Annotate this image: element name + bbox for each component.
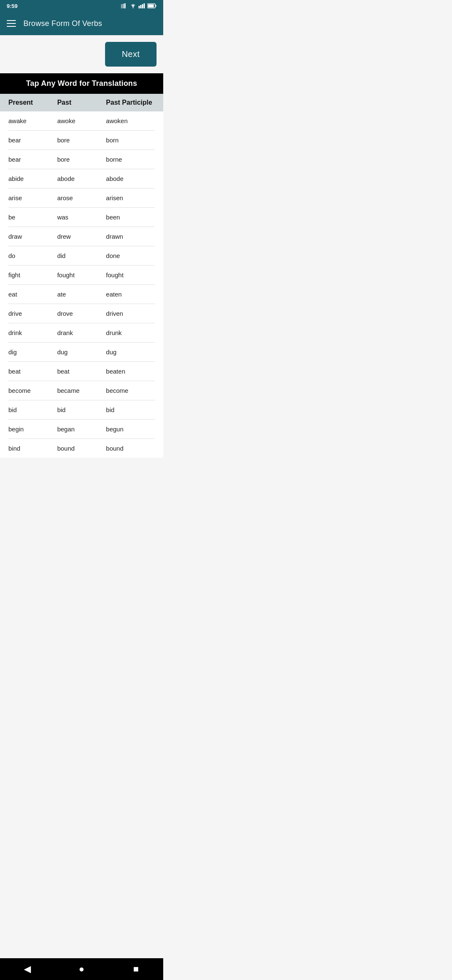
- verb-past-participle[interactable]: drawn: [106, 233, 155, 240]
- next-button-area: Next: [0, 35, 163, 73]
- verb-present[interactable]: draw: [8, 233, 57, 240]
- table-row[interactable]: bewasbeen: [8, 208, 155, 227]
- verb-past-participle[interactable]: dug: [106, 348, 155, 356]
- verb-present[interactable]: bind: [8, 445, 57, 452]
- verb-past[interactable]: arose: [57, 194, 106, 201]
- verb-past[interactable]: fought: [57, 271, 106, 279]
- wifi-icon: [130, 3, 136, 8]
- verb-past[interactable]: became: [57, 387, 106, 394]
- svg-rect-10: [148, 5, 154, 8]
- sim-icon: [121, 3, 128, 8]
- verb-past-participle[interactable]: bound: [106, 445, 155, 452]
- table-row[interactable]: eatateeaten: [8, 285, 155, 304]
- status-icons: [121, 3, 157, 8]
- svg-rect-7: [144, 3, 145, 8]
- svg-rect-4: [139, 6, 140, 8]
- verb-present[interactable]: eat: [8, 291, 57, 298]
- verb-past[interactable]: did: [57, 252, 106, 259]
- table-row[interactable]: digdugdug: [8, 343, 155, 362]
- table-row[interactable]: becomebecamebecome: [8, 381, 155, 400]
- verb-past-participle[interactable]: begun: [106, 426, 155, 433]
- table-row[interactable]: arisearosearisen: [8, 188, 155, 208]
- verb-past-participle[interactable]: fought: [106, 271, 155, 279]
- verb-present[interactable]: drive: [8, 310, 57, 317]
- verb-table: awakeawokeawokenbearborebornbearboreborn…: [0, 111, 163, 458]
- svg-rect-6: [142, 4, 143, 8]
- verb-present[interactable]: bid: [8, 406, 57, 413]
- table-row[interactable]: drawdrewdrawn: [8, 227, 155, 246]
- svg-rect-2: [124, 3, 126, 8]
- verb-past-participle[interactable]: bid: [106, 406, 155, 413]
- verb-past-participle[interactable]: become: [106, 387, 155, 394]
- verb-past-participle[interactable]: beaten: [106, 368, 155, 375]
- tap-banner: Tap Any Word for Translations: [0, 73, 163, 94]
- verb-past[interactable]: bid: [57, 406, 106, 413]
- page-title: Browse Form Of Verbs: [23, 19, 102, 28]
- table-row[interactable]: drivedrovedriven: [8, 304, 155, 323]
- verb-present[interactable]: begin: [8, 426, 57, 433]
- verb-present[interactable]: be: [8, 214, 57, 221]
- verb-past-participle[interactable]: driven: [106, 310, 155, 317]
- col-past-header: Past: [57, 99, 106, 106]
- verb-past[interactable]: drove: [57, 310, 106, 317]
- table-row[interactable]: abideabodeabode: [8, 169, 155, 188]
- table-row[interactable]: bearboreborn: [8, 131, 155, 150]
- svg-rect-9: [156, 5, 157, 7]
- verb-past[interactable]: beat: [57, 368, 106, 375]
- table-row[interactable]: beginbeganbegun: [8, 420, 155, 439]
- battery-icon: [147, 3, 157, 8]
- verb-past[interactable]: bound: [57, 445, 106, 452]
- verb-past-participle[interactable]: awoken: [106, 117, 155, 124]
- verb-past[interactable]: abode: [57, 175, 106, 182]
- verb-present[interactable]: drink: [8, 329, 57, 336]
- verb-present[interactable]: bear: [8, 137, 57, 144]
- verb-present[interactable]: dig: [8, 348, 57, 356]
- col-past-participle-header: Past Participle: [106, 99, 155, 106]
- table-row[interactable]: dodiddone: [8, 246, 155, 266]
- verb-present[interactable]: do: [8, 252, 57, 259]
- table-row[interactable]: awakeawokeawoken: [8, 111, 155, 131]
- verb-past-participle[interactable]: eaten: [106, 291, 155, 298]
- table-row[interactable]: bindboundbound: [8, 439, 155, 458]
- svg-point-3: [133, 7, 134, 8]
- svg-rect-0: [121, 4, 122, 8]
- verb-present[interactable]: beat: [8, 368, 57, 375]
- verb-past[interactable]: ate: [57, 291, 106, 298]
- verb-past-participle[interactable]: born: [106, 137, 155, 144]
- next-button[interactable]: Next: [105, 42, 157, 67]
- table-row[interactable]: bidbidbid: [8, 400, 155, 420]
- verb-past[interactable]: was: [57, 214, 106, 221]
- menu-button[interactable]: [7, 18, 17, 28]
- header: Browse Form Of Verbs: [0, 12, 163, 35]
- verb-past-participle[interactable]: done: [106, 252, 155, 259]
- verb-past[interactable]: dug: [57, 348, 106, 356]
- status-bar: 9:59: [0, 0, 163, 12]
- verb-past-participle[interactable]: borne: [106, 156, 155, 163]
- verb-past[interactable]: began: [57, 426, 106, 433]
- table-row[interactable]: bearboreborne: [8, 150, 155, 169]
- verb-past-participle[interactable]: abode: [106, 175, 155, 182]
- svg-rect-5: [140, 5, 141, 8]
- verb-present[interactable]: become: [8, 387, 57, 394]
- verb-past-participle[interactable]: arisen: [106, 194, 155, 201]
- verb-present[interactable]: arise: [8, 194, 57, 201]
- verb-past[interactable]: drew: [57, 233, 106, 240]
- verb-present[interactable]: bear: [8, 156, 57, 163]
- verb-past-participle[interactable]: drunk: [106, 329, 155, 336]
- table-row[interactable]: beatbeatbeaten: [8, 362, 155, 381]
- verb-past[interactable]: bore: [57, 156, 106, 163]
- verb-past[interactable]: awoke: [57, 117, 106, 124]
- main-content: Next Tap Any Word for Translations Prese…: [0, 35, 163, 483]
- verb-past[interactable]: drank: [57, 329, 106, 336]
- verb-past-participle[interactable]: been: [106, 214, 155, 221]
- verb-present[interactable]: fight: [8, 271, 57, 279]
- verb-present[interactable]: awake: [8, 117, 57, 124]
- status-time: 9:59: [7, 3, 18, 9]
- signal-icon: [139, 3, 145, 8]
- verb-past[interactable]: bore: [57, 137, 106, 144]
- table-row[interactable]: fightfoughtfought: [8, 266, 155, 285]
- table-row[interactable]: drinkdrankdrunk: [8, 323, 155, 343]
- verb-present[interactable]: abide: [8, 175, 57, 182]
- col-present-header: Present: [8, 99, 57, 106]
- table-header: Present Past Past Participle: [0, 94, 163, 111]
